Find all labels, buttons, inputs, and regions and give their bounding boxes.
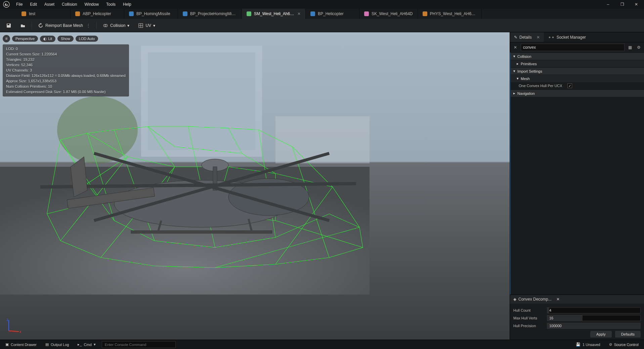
output-log-button[interactable]: ▤Output Log [43,342,72,347]
skelmesh-icon [364,11,369,16]
category-primitives[interactable]: ▸Primitives [511,60,644,67]
unsaved-indicator[interactable]: 💾1 Unsaved [573,342,603,347]
uv-icon [138,23,143,28]
main-menu: File Edit Asset Collision Window Tools H… [13,1,135,8]
stat-line: Triangles: 19,232 [6,57,126,63]
drawer-icon: ▣ [5,342,9,347]
convex-title: Convex Decomp... [518,297,552,302]
content-drawer-button[interactable]: ▣Content Drawer [3,342,39,347]
chevron-down-icon: ▾ [513,69,515,73]
row-hull-precision: Hull Precision 100000 [513,323,641,329]
close-icon[interactable]: ✕ [536,35,540,40]
menu-window[interactable]: Window [81,1,102,8]
console-input[interactable] [102,341,176,348]
maximize-button[interactable]: ❐ [616,0,628,9]
perspective-label: Perspective [15,37,35,41]
reimport-button[interactable]: Reimport Base Mesh ⋮ [35,22,93,30]
prop-one-convex-hull: One Convex Hull Per UCX [511,82,644,89]
source-control-label: Source Control [614,343,639,347]
lod-label: LOD Auto [79,37,95,41]
viewport-toolbar: ≡ Perspective ◐Lit Show LOD Auto [3,35,98,42]
title-bar: File Edit Asset Collision Window Tools H… [0,0,644,9]
apply-button[interactable]: Apply [590,331,612,338]
details-search-input[interactable] [521,44,625,51]
max-verts-slider[interactable]: 16 [547,315,641,321]
tab-label: ABP_Helicopter [83,11,111,16]
tab-details[interactable]: ✎ Details ✕ [510,32,544,42]
hull-count-slider[interactable]: 4 [547,307,641,313]
staticmesh-icon [247,11,251,16]
tab-phys-west-heli[interactable]: PHYS_West_Heli_AH64D [418,9,482,19]
convex-buttons: Apply Defaults [513,331,641,338]
stat-line: LOD: 0 [6,46,126,52]
close-icon[interactable]: ✕ [556,297,560,302]
lit-dropdown[interactable]: ◐Lit [40,36,55,42]
convex-body: Hull Count 4 Max Hull Verts 16 Hull Prec… [510,304,644,340]
category-mesh[interactable]: ▾Mesh [511,75,644,82]
axis-z-label: z [7,318,8,321]
tab-label: BP_Helicopter [318,11,344,16]
details-search-row: ✕ ▦ ⚙ [510,42,644,52]
browse-button[interactable] [17,22,28,30]
menu-help[interactable]: Help [120,1,135,8]
menu-asset[interactable]: Asset [41,1,58,8]
grid-icon[interactable]: ▦ [627,44,633,51]
category-label: Primitives [521,62,537,66]
tab-bp-helicopter[interactable]: BP_Helicopter [306,9,359,19]
socket-icon: ⚬⚬ [548,35,555,40]
category-collision[interactable]: ▾Collision [511,52,644,60]
perspective-dropdown[interactable]: Perspective [12,36,38,42]
viewport[interactable]: ≡ Perspective ◐Lit Show LOD Auto LOD: 0 … [0,32,510,340]
tab-bp-homingmissile[interactable]: BP_HomingMissile [124,9,178,19]
menu-file[interactable]: File [13,1,26,8]
tab-sm-west-heli[interactable]: SM_West_Heli_Ah64D_... *✕ [242,9,306,19]
source-control-button[interactable]: ⊘Source Control [606,342,641,347]
panel-tabs: ✎ Details ✕ ⚬⚬ Socket Manager [510,32,644,42]
show-label: Show [61,37,70,41]
toolbar: Reimport Base Mesh ⋮ Collision ▾ UV ▾ [0,19,644,32]
close-icon[interactable]: ✕ [297,11,301,16]
lod-dropdown[interactable]: LOD Auto [76,36,98,42]
tab-sk-west-heli[interactable]: SK_West_Heli_AH64D [359,9,418,19]
category-label: Mesh [521,77,530,81]
show-dropdown[interactable]: Show [57,36,74,42]
uv-label: UV [145,23,151,28]
cmd-dropdown[interactable]: ▸_Cmd▾ [75,342,98,347]
tab-test[interactable]: test [17,9,71,19]
collision-dropdown[interactable]: Collision ▾ [100,22,132,30]
convex-decomp-tab[interactable]: ◈Convex Decomp...✕ [510,295,644,304]
level-icon [22,11,26,16]
tab-label: BP_HomingMissile [136,11,170,16]
precision-value: 100000 [547,324,562,328]
tab-socket-manager[interactable]: ⚬⚬ Socket Manager [544,32,590,42]
log-icon: ▤ [45,342,49,347]
checkbox-one-convex-hull[interactable] [567,83,572,88]
category-navigation[interactable]: ▸Navigation [511,89,644,97]
viewport-menu-button[interactable]: ≡ [3,35,10,42]
close-button[interactable]: ✕ [631,0,642,9]
tab-abp-helicopter[interactable]: ABP_Helicopter [71,9,124,19]
menu-tools[interactable]: Tools [103,1,119,8]
unsaved-label: 1 Unsaved [583,343,600,347]
uv-dropdown[interactable]: UV ▾ [135,22,158,30]
tab-bp-projectilehoming[interactable]: BP_ProjectieHomingMis... [178,9,242,19]
gear-icon[interactable]: ⚙ [635,44,642,51]
blueprint-icon [129,11,134,16]
disabled-icon: ⊘ [609,342,612,347]
chevron-down-icon: ⋮ [86,23,90,28]
menu-edit[interactable]: Edit [27,1,40,8]
menu-collision[interactable]: Collision [58,1,80,8]
animbp-icon [75,11,80,16]
clear-search-button[interactable]: ✕ [512,44,519,51]
save-button[interactable] [3,22,14,30]
max-verts-value: 16 [547,316,553,320]
save-icon: 💾 [576,342,581,347]
category-import-settings[interactable]: ▾Import Settings [511,67,644,75]
convex-icon: ◈ [513,297,516,302]
precision-slider[interactable]: 100000 [547,323,641,329]
blueprint-icon [183,11,187,16]
hull-count-label: Hull Count [513,308,547,312]
minimize-button[interactable]: – [602,0,614,9]
defaults-button[interactable]: Defaults [615,331,641,338]
row-max-hull-verts: Max Hull Verts 16 [513,315,641,321]
